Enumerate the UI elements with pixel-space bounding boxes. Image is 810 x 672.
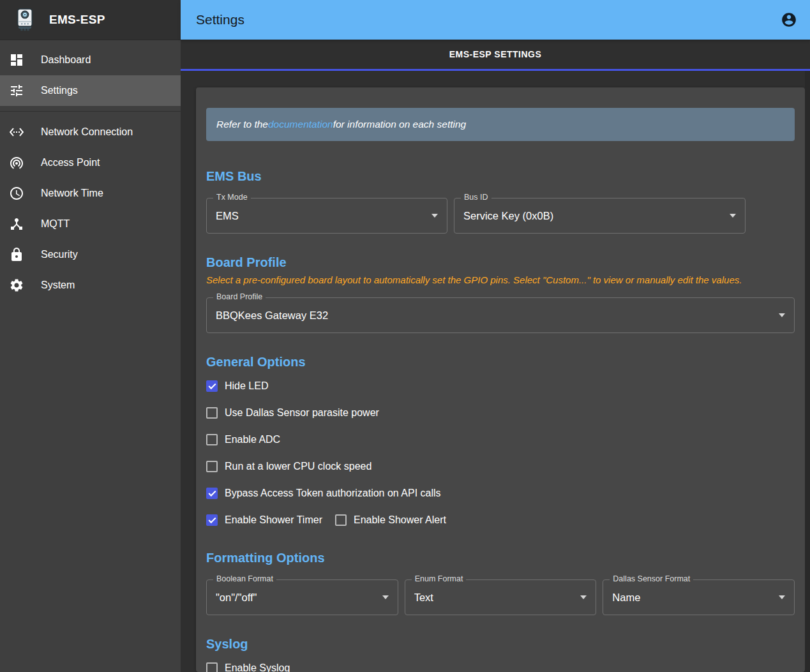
sidebar-item-security[interactable]: Security [0,239,181,270]
settings-card: Refer to the documentation for informati… [196,87,805,672]
board-profile-help-text: Select a pre-configured board layout to … [206,274,795,285]
sidebar-item-settings[interactable]: Settings [0,75,181,106]
app-root: EMS-ESP Dashboard Settings Networ [0,0,810,672]
lock-icon [9,247,24,262]
dropdown-arrow-icon [382,595,389,599]
section-title-syslog: Syslog [206,637,795,652]
shower-options-row: Enable Shower Timer Enable Shower Alert [206,512,795,528]
tabbar: EMS-ESP SETTINGS [181,40,810,71]
sidebar-item-label: Network Time [41,188,103,199]
sidebar-nav: Dashboard Settings Network Connection [0,40,181,301]
dallas-sensor-format-label: Dallas Sensor Format [610,574,693,583]
tab-ems-esp-settings[interactable]: EMS-ESP SETTINGS [449,49,542,59]
sidebar-item-system[interactable]: System [0,270,181,301]
checkbox-lower-cpu-clock[interactable]: Run at a lower CPU clock speed [206,459,795,474]
section-title-ems-bus: EMS Bus [206,169,795,184]
dropdown-arrow-icon [779,313,785,317]
gear-icon [9,278,24,293]
content-area: Refer to the documentation for informati… [181,71,810,672]
sidebar-divider [0,111,181,112]
checkbox-box[interactable] [206,461,218,472]
dallas-sensor-format-value: Name [612,592,774,604]
app-title: EMS-ESP [49,13,105,27]
checkbox-box[interactable] [206,380,218,392]
boiler-logo-icon [13,8,37,32]
checkbox-box[interactable] [206,662,218,672]
sidebar-item-network-time[interactable]: Network Time [0,178,181,209]
checkbox-box[interactable] [206,514,218,526]
bus-id-value: Service Key (0x0B) [463,210,724,222]
sidebar-item-label: Access Point [41,157,100,168]
sidebar-item-label: MQTT [41,218,70,230]
board-profile-label: Board Profile [213,292,266,301]
checkbox-box[interactable] [206,488,218,499]
checkbox-bypass-access-token[interactable]: Bypass Access Token authorization on API… [206,486,795,501]
checkbox-enable-adc[interactable]: Enable ADC [206,432,795,447]
checkbox-enable-syslog[interactable]: Enable Syslog [206,661,795,672]
main-column: Settings EMS-ESP SETTINGS Refer to the d… [181,0,810,672]
dallas-sensor-format-select[interactable]: Dallas Sensor Format Name [603,579,795,615]
scrollbar[interactable] [805,71,810,672]
boolean-format-label: Boolean Format [213,574,276,583]
dropdown-arrow-icon [431,214,438,218]
tune-icon [9,83,24,98]
boolean-format-value: "on"/"off" [216,592,377,604]
section-general-options: General Options Hide LED Use Dallas Sens… [206,355,795,528]
sidebar: EMS-ESP Dashboard Settings Networ [0,0,181,672]
board-profile-select[interactable]: Board Profile BBQKees Gateway E32 [206,297,795,333]
dropdown-arrow-icon [730,214,736,218]
dropdown-arrow-icon [580,595,587,599]
enum-format-value: Text [414,592,576,604]
banner-text-after: for information on each setting [333,119,467,130]
ethernet-icon [9,124,24,140]
checkbox-box[interactable] [335,514,347,526]
dropdown-arrow-icon [779,595,785,599]
sidebar-item-label: Network Connection [41,126,133,138]
section-formatting-options: Formatting Options Boolean Format "on"/"… [206,551,795,615]
wifi-tethering-icon [9,155,24,170]
sidebar-item-label: Security [41,249,78,260]
checkbox-hide-led[interactable]: Hide LED [206,378,795,394]
device-hub-icon [9,216,24,232]
section-board-profile: Board Profile Select a pre-configured bo… [206,255,795,333]
sidebar-item-label: System [41,280,75,291]
section-syslog: Syslog Enable Syslog [206,637,795,672]
checkbox-box[interactable] [206,434,218,445]
bus-id-select[interactable]: Bus ID Service Key (0x0B) [454,198,746,234]
sidebar-item-label: Dashboard [41,54,91,66]
checkbox-dallas-parasite-power[interactable]: Use Dallas Sensor parasite power [206,405,795,421]
section-title-formatting-options: Formatting Options [206,551,795,565]
sidebar-item-mqtt[interactable]: MQTT [0,209,181,239]
checkbox-box[interactable] [206,407,218,419]
tx-mode-label: Tx Mode [213,193,251,202]
info-banner: Refer to the documentation for informati… [206,108,795,141]
tx-mode-select[interactable]: Tx Mode EMS [206,198,447,234]
bus-id-label: Bus ID [461,193,491,202]
enum-format-select[interactable]: Enum Format Text [405,579,597,615]
sidebar-header: EMS-ESP [0,0,181,40]
checkbox-enable-shower-timer[interactable]: Enable Shower Timer [206,512,322,528]
account-circle-icon[interactable] [781,11,797,28]
section-title-general-options: General Options [206,355,795,370]
sidebar-item-network-connection[interactable]: Network Connection [0,117,181,147]
appbar: Settings [181,0,810,40]
section-title-board-profile: Board Profile [206,255,795,270]
section-ems-bus: EMS Bus Tx Mode EMS Bus ID Service Key (… [206,169,795,234]
clock-icon [9,186,24,201]
dashboard-icon [9,52,24,68]
banner-text-before: Refer to the [216,119,268,130]
boolean-format-select[interactable]: Boolean Format "on"/"off" [206,579,398,615]
board-profile-value: BBQKees Gateway E32 [216,310,774,322]
enum-format-label: Enum Format [412,574,467,583]
sidebar-item-dashboard[interactable]: Dashboard [0,45,181,75]
checkbox-enable-shower-alert[interactable]: Enable Shower Alert [335,512,446,528]
page-title: Settings [196,12,781,27]
documentation-link[interactable]: documentation [268,119,333,130]
tx-mode-value: EMS [216,210,426,222]
sidebar-item-label: Settings [41,85,78,96]
sidebar-item-access-point[interactable]: Access Point [0,147,181,178]
